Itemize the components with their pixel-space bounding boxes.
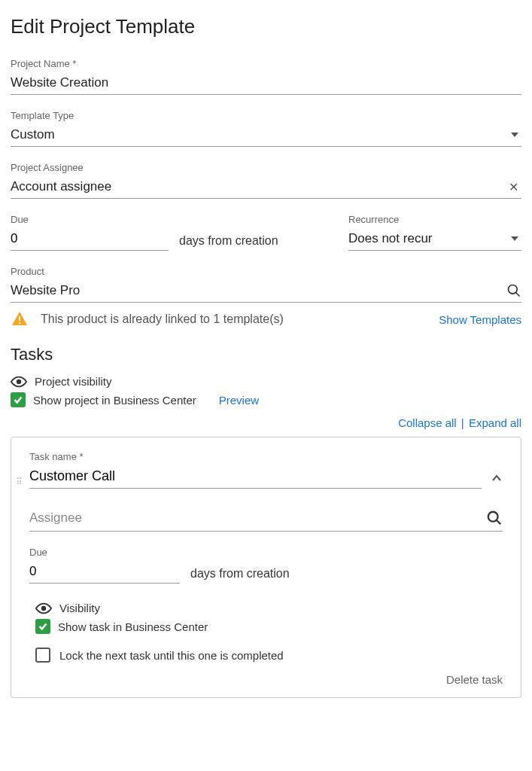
lock-task-checkbox[interactable]	[35, 648, 50, 663]
warning-text: This product is already linked to 1 temp…	[41, 312, 439, 326]
show-project-label: Show project in Business Center	[33, 394, 196, 407]
project-visibility-label: Project visibility	[35, 375, 112, 388]
show-task-label: Show task in Business Center	[58, 620, 208, 633]
due-label: Due	[11, 214, 326, 225]
svg-rect-2	[19, 316, 20, 321]
show-task-row: Show task in Business Center	[35, 619, 503, 634]
warning-icon	[11, 310, 29, 328]
chevron-up-icon[interactable]	[491, 472, 503, 484]
product-field: Product Website Pro	[11, 266, 521, 303]
lock-task-label: Lock the next task until this one is com…	[59, 649, 284, 662]
project-assignee-value: Account assignee	[11, 179, 506, 194]
search-icon[interactable]	[486, 510, 503, 526]
svg-rect-3	[19, 322, 20, 324]
task-due-field: Due days from creation	[29, 547, 503, 584]
project-assignee-select[interactable]: Account assignee ✕	[11, 176, 521, 199]
task-name-input[interactable]	[29, 465, 482, 489]
recurrence-select[interactable]: Does not recur	[348, 228, 521, 251]
task-name-label: Task name *	[29, 451, 482, 462]
template-type-label: Template Type	[11, 110, 521, 121]
show-task-checkbox[interactable]	[35, 619, 50, 634]
svg-point-5	[488, 512, 498, 522]
due-suffix: days from creation	[179, 234, 278, 251]
task-due-label: Due	[29, 547, 503, 558]
show-project-checkbox[interactable]	[11, 392, 26, 407]
product-value: Website Pro	[11, 283, 506, 298]
page-title: Edit Project Template	[11, 15, 521, 38]
svg-point-7	[41, 605, 46, 610]
project-visibility-row: Project visibility	[11, 375, 521, 388]
task-assignee-field[interactable]	[29, 510, 503, 532]
expand-all-link[interactable]: Expand all	[469, 416, 521, 429]
product-warning-row: This product is already linked to 1 temp…	[11, 310, 521, 328]
task-card: ⠿ Task name * Due days from creation Vis…	[11, 437, 521, 698]
template-type-value: Custom	[11, 127, 511, 142]
task-visibility-row: Visibility	[35, 602, 503, 614]
project-name-input[interactable]	[11, 72, 521, 95]
product-label: Product	[11, 266, 521, 277]
due-input[interactable]	[11, 228, 169, 251]
tasks-section-title: Tasks	[11, 345, 521, 364]
show-project-row: Show project in Business Center Preview	[11, 392, 521, 407]
collapse-all-link[interactable]: Collapse all	[398, 416, 457, 429]
eye-icon	[35, 602, 52, 614]
svg-line-1	[516, 293, 520, 297]
project-name-label: Project Name *	[11, 58, 521, 69]
clear-assignee-icon[interactable]: ✕	[506, 180, 521, 194]
recurrence-label: Recurrence	[348, 214, 521, 225]
project-assignee-field: Project Assignee Account assignee ✕	[11, 162, 521, 199]
lock-task-row: Lock the next task until this one is com…	[29, 648, 503, 663]
project-name-field: Project Name *	[11, 58, 521, 95]
product-select[interactable]: Website Pro	[11, 280, 521, 303]
svg-point-4	[17, 379, 21, 383]
due-field: Due days from creation	[11, 214, 326, 251]
drag-handle-icon[interactable]: ⠿	[16, 480, 23, 484]
template-type-select[interactable]: Custom	[11, 124, 521, 147]
project-assignee-label: Project Assignee	[11, 162, 521, 173]
svg-line-6	[497, 520, 501, 525]
recurrence-value: Does not recur	[348, 231, 511, 246]
task-due-input[interactable]	[29, 561, 180, 584]
caret-down-icon	[511, 133, 518, 137]
task-visibility-label: Visibility	[59, 602, 100, 614]
preview-link[interactable]: Preview	[219, 394, 259, 407]
svg-point-0	[509, 285, 518, 294]
task-due-suffix: days from creation	[190, 567, 290, 584]
template-type-field: Template Type Custom	[11, 110, 521, 147]
caret-down-icon	[511, 236, 518, 241]
recurrence-field: Recurrence Does not recur	[348, 214, 521, 251]
show-templates-link[interactable]: Show Templates	[439, 313, 521, 326]
task-assignee-input[interactable]	[29, 510, 486, 526]
collapse-expand-row: Collapse all | Expand all	[11, 416, 521, 429]
eye-icon	[11, 376, 27, 388]
delete-task-link[interactable]: Delete task	[446, 673, 503, 686]
search-icon[interactable]	[506, 283, 521, 298]
